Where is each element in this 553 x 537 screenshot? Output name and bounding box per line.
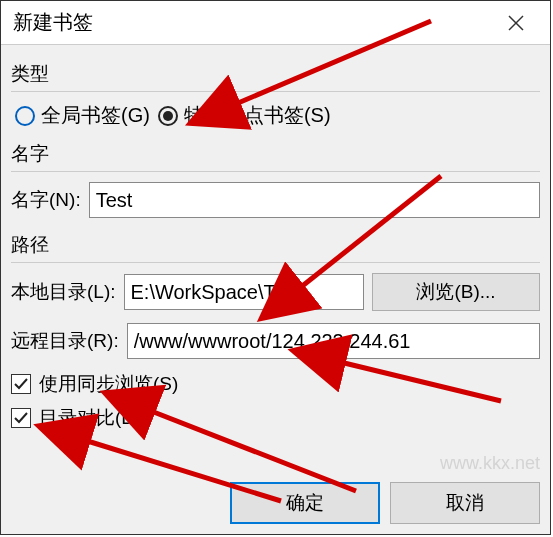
radio-label: 特定站点书签(S) — [184, 102, 331, 129]
type-group-label: 类型 — [11, 61, 540, 87]
radio-global-bookmark[interactable]: 全局书签(G) — [15, 102, 150, 129]
close-icon — [507, 14, 525, 32]
checkbox-label: 使用同步浏览(S) — [39, 371, 178, 397]
watermark: www.kkx.net — [440, 453, 540, 474]
separator — [11, 91, 540, 92]
checkbox-label: 目录对比(D) — [39, 405, 141, 431]
radio-icon — [15, 106, 35, 126]
name-input[interactable] — [89, 182, 540, 218]
radio-site-bookmark[interactable]: 特定站点书签(S) — [158, 102, 331, 129]
titlebar: 新建书签 — [1, 1, 550, 45]
ok-button[interactable]: 确定 — [230, 482, 380, 524]
type-radio-group: 全局书签(G) 特定站点书签(S) — [11, 102, 540, 129]
checkbox-icon — [11, 408, 31, 428]
remote-path-label: 远程目录(R): — [11, 328, 119, 354]
remote-path-row: 远程目录(R): — [11, 323, 540, 359]
checkbox-icon — [11, 374, 31, 394]
radio-label: 全局书签(G) — [41, 102, 150, 129]
separator — [11, 262, 540, 263]
dir-compare-checkbox[interactable]: 目录对比(D) — [11, 405, 540, 431]
local-path-label: 本地目录(L): — [11, 279, 116, 305]
sync-browse-checkbox[interactable]: 使用同步浏览(S) — [11, 371, 540, 397]
local-path-input[interactable] — [124, 274, 365, 310]
local-path-row: 本地目录(L): 浏览(B)... — [11, 273, 540, 311]
remote-path-input[interactable] — [127, 323, 540, 359]
browse-button[interactable]: 浏览(B)... — [372, 273, 540, 311]
name-group-label: 名字 — [11, 141, 540, 167]
cancel-button[interactable]: 取消 — [390, 482, 540, 524]
path-group-label: 路径 — [11, 232, 540, 258]
new-bookmark-dialog: 新建书签 类型 全局书签(G) 特定站点书签(S) 名字 — [0, 0, 551, 535]
radio-icon — [158, 106, 178, 126]
separator — [11, 171, 540, 172]
dialog-title: 新建书签 — [13, 9, 93, 36]
name-row: 名字(N): — [11, 182, 540, 218]
button-row: 确定 取消 — [230, 482, 540, 524]
name-field-label: 名字(N): — [11, 187, 81, 213]
close-button[interactable] — [494, 1, 538, 45]
dialog-body: 类型 全局书签(G) 特定站点书签(S) 名字 名字(N): 路径 本地目录(L… — [1, 45, 550, 431]
